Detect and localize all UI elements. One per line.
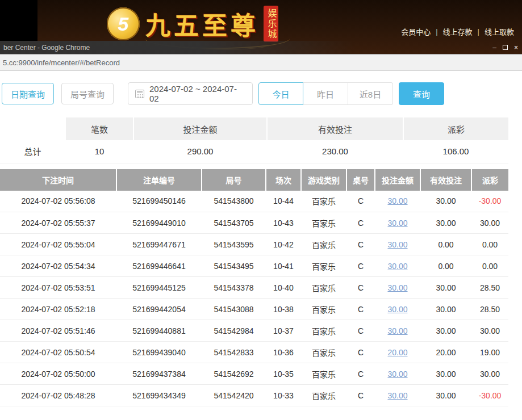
bet-time: 2024-07-02 05:51:46: [0, 320, 116, 342]
session: 10-35: [266, 363, 301, 385]
bet-id: 521699439040: [116, 342, 202, 363]
summary-header-count: 笔数: [65, 117, 133, 140]
nav-online-deposit[interactable]: 线上存款: [443, 26, 473, 37]
date-range-value: 2024-07-02 ~ 2024-07-02: [149, 84, 245, 103]
table-row: 2024-07-02 05:52:18 521699442054 5415430…: [0, 299, 508, 320]
session: 10-42: [266, 234, 301, 255]
valid-bet: 30.00: [420, 212, 471, 234]
bet-amount-cell: 30.00: [375, 277, 420, 299]
last-8-days-button[interactable]: 近8日: [348, 82, 393, 105]
summary-header-valid-bet: 有效投注: [267, 117, 403, 140]
bet-time: 2024-07-02 05:54:34: [0, 255, 116, 277]
game-type: 百家乐: [301, 277, 346, 299]
today-button[interactable]: 今日: [258, 82, 303, 105]
table-code: C: [346, 385, 375, 406]
session: 10-36: [266, 342, 301, 363]
round-id: 541542692: [202, 363, 266, 385]
table-code: C: [346, 363, 375, 385]
top-nav: 会员中心 | 线上存款 | 线上取款: [401, 26, 514, 37]
site-header: 5 九五至尊 娱乐城 会员中心 | 线上存款 | 线上取款 ber Center…: [0, 0, 522, 54]
bet-amount-cell: 30.00: [375, 299, 420, 320]
window-title: ber Center - Google Chrome: [3, 44, 90, 52]
session: 10-40: [266, 277, 301, 299]
bet-amount-cell: 30.00: [375, 255, 420, 277]
bet-amount-link[interactable]: 30.00: [387, 262, 407, 271]
minimize-icon[interactable]: –: [491, 44, 498, 52]
game-type: 百家乐: [301, 234, 346, 255]
session: 10-43: [266, 212, 301, 234]
bet-amount-link[interactable]: 30.00: [387, 305, 407, 314]
bet-amount-link[interactable]: 30.00: [387, 196, 407, 205]
site-title: 九五至尊: [145, 6, 259, 42]
bet-amount-link[interactable]: 30.00: [387, 391, 407, 400]
table-code: C: [346, 299, 375, 320]
site-logo: 5 九五至尊 娱乐城: [107, 6, 278, 42]
bet-table-header-row: 下注时间 注单编号 局号 场次 游戏类别 桌号 投注金额 有效投注 派彩: [0, 169, 508, 191]
game-type: 百家乐: [301, 212, 346, 234]
bet-record-table: 下注时间 注单编号 局号 场次 游戏类别 桌号 投注金额 有效投注 派彩 202…: [0, 169, 508, 407]
round-id: 541543800: [202, 191, 266, 212]
valid-bet: 30.00: [420, 320, 471, 342]
summary-header-row: 笔数 投注金额 有效投注 派彩: [0, 117, 508, 140]
browser-titlebar[interactable]: ber Center - Google Chrome – ×: [0, 41, 522, 54]
bet-time: 2024-07-02 05:52:18: [0, 299, 116, 320]
bet-time: 2024-07-02 05:50:00: [0, 363, 116, 385]
bet-amount-link[interactable]: 30.00: [387, 326, 407, 335]
date-query-button[interactable]: 日期查询: [2, 83, 54, 104]
bet-amount-link[interactable]: 30.00: [387, 219, 407, 228]
bet-amount-link[interactable]: 20.00: [387, 348, 407, 357]
round-id: 541543088: [202, 299, 266, 320]
round-id: 541542984: [202, 320, 266, 342]
calendar-icon: [135, 90, 144, 98]
total-bet-amount: 290.00: [133, 140, 267, 163]
coin-logo-icon: 5: [107, 7, 140, 40]
bet-amount-cell: 30.00: [375, 320, 420, 342]
header-payout: 派彩: [471, 169, 508, 191]
round-id: 541542833: [202, 342, 266, 363]
round-id: 541543595: [202, 234, 266, 255]
bet-amount-link[interactable]: 30.00: [387, 283, 407, 292]
header-valid-bet: 有效投注: [420, 169, 471, 191]
nav-member-center[interactable]: 会员中心: [401, 26, 431, 37]
date-range-input[interactable]: 2024-07-02 ~ 2024-07-02: [128, 82, 253, 105]
nav-online-withdraw[interactable]: 线上取款: [485, 26, 514, 37]
bet-id: 521699446641: [116, 255, 202, 277]
table-row: 2024-07-02 05:54:34 521699446641 5415434…: [0, 255, 508, 277]
bet-time: 2024-07-02 05:48:28: [0, 385, 116, 406]
table-code: C: [346, 277, 375, 299]
bet-amount-link[interactable]: 30.00: [387, 369, 407, 379]
round-query-button[interactable]: 局号查询: [61, 83, 114, 104]
header-game-type: 游戏类别: [301, 169, 346, 191]
payout: 0.00: [471, 234, 508, 255]
search-button[interactable]: 查询: [399, 82, 444, 105]
valid-bet: 20.00: [420, 342, 471, 363]
bet-amount-cell: 30.00: [375, 363, 420, 385]
table-row: 2024-07-02 05:50:54 521699439040 5415428…: [0, 342, 508, 363]
round-id: 541543705: [202, 212, 266, 234]
restore-icon[interactable]: [503, 45, 508, 50]
nav-separator: |: [436, 27, 437, 36]
url-text: 5.cc:9900/infe/mcenter/#/betRecord: [3, 58, 120, 67]
close-icon[interactable]: ×: [512, 44, 520, 52]
query-toolbar: 日期查询 局号查询 2024-07-02 ~ 2024-07-02 今日 昨日 …: [2, 82, 522, 105]
bet-time: 2024-07-02 05:55:37: [0, 212, 116, 234]
bet-id: 521699437384: [116, 363, 202, 385]
game-type: 百家乐: [301, 320, 346, 342]
window-controls: – ×: [491, 41, 520, 54]
session: 10-38: [266, 299, 301, 320]
bet-id: 521699434349: [116, 385, 202, 406]
valid-bet: 30.00: [420, 385, 471, 406]
bet-id: 521699450146: [116, 191, 202, 212]
address-bar[interactable]: 5.cc:9900/infe/mcenter/#/betRecord: [0, 54, 522, 71]
bet-amount-cell: 20.00: [375, 342, 420, 363]
payout: 28.50: [471, 299, 508, 320]
bet-time: 2024-07-02 05:50:54: [0, 342, 116, 363]
yesterday-button[interactable]: 昨日: [303, 82, 348, 105]
bet-amount-cell: 30.00: [375, 212, 420, 234]
summary-header-payout: 派彩: [403, 117, 508, 140]
payout: -30.00: [471, 191, 508, 212]
bet-amount-link[interactable]: 30.00: [387, 240, 407, 249]
table-code: C: [346, 191, 375, 212]
nav-separator: |: [478, 27, 479, 36]
payout: -30.00: [471, 385, 508, 406]
